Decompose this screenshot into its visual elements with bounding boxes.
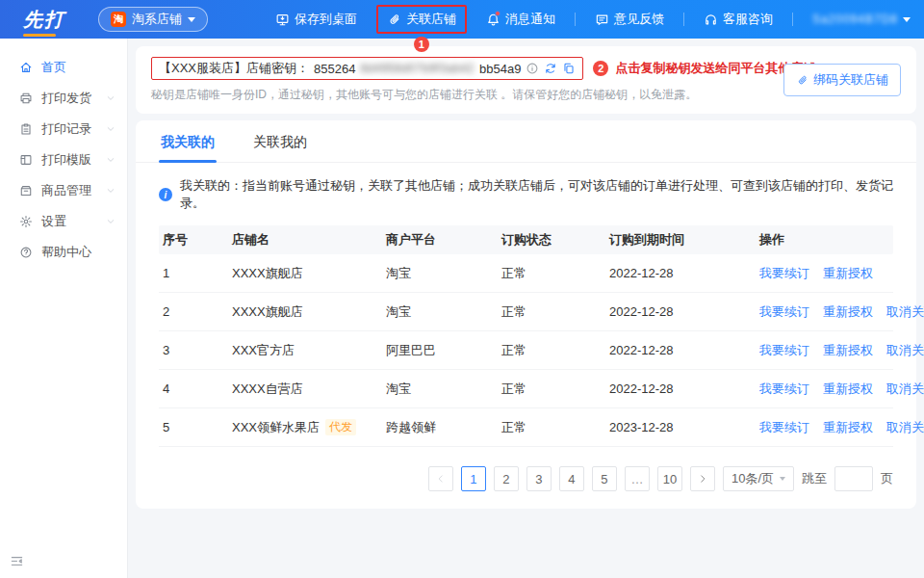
renew-link[interactable]: 我要续订: [759, 419, 809, 436]
table-row: 2 XXXX旗舰店 淘宝 正常 2022-12-28 我要续订 重新授权 取消关…: [159, 293, 893, 331]
table-row: 4 XXXX自营店 淘宝 正常 2022-12-28 我要续订 重新授权 取消关…: [159, 370, 893, 408]
col-header-actions: 操作: [756, 231, 893, 249]
sidebar-item-label: 首页: [41, 59, 116, 76]
sidebar-item-help[interactable]: 帮助中心: [0, 237, 127, 268]
bind-code-link-shop-button[interactable]: 绑码关联店铺: [783, 64, 901, 96]
reauthorize-link[interactable]: 重新授权: [823, 303, 873, 321]
renew-link[interactable]: 我要续订: [759, 342, 809, 359]
sidebar-item-goods[interactable]: 商品管理: [0, 175, 127, 206]
reauthorize-link[interactable]: 重新授权: [823, 265, 873, 282]
col-header-platform: 商户平台: [382, 231, 498, 249]
app-window: 先打 淘 淘系店铺 保存到桌面 关联店铺 1 消息通知: [0, 0, 924, 578]
cell-platform: 淘宝: [382, 381, 498, 398]
page-size-select[interactable]: 10条/页: [723, 466, 794, 491]
top-bar: 先打 淘 淘系店铺 保存到桌面 关联店铺 1 消息通知: [0, 0, 924, 39]
next-page-button[interactable]: [690, 466, 715, 491]
save-to-desktop-button[interactable]: 保存到桌面: [275, 11, 357, 28]
info-icon: i: [159, 188, 172, 201]
notification-dot: [495, 11, 500, 16]
cell-index: 2: [159, 304, 228, 319]
sidebar-item-print-records[interactable]: 打印记录: [0, 114, 127, 144]
col-header-index: 序号: [159, 231, 228, 249]
goods-icon: [19, 184, 33, 197]
cell-expire: 2022-12-28: [605, 266, 756, 280]
user-account-menu[interactable]: Sa20094B7D8: [812, 13, 911, 26]
reauthorize-link[interactable]: 重新授权: [823, 419, 873, 436]
page-button-1[interactable]: 1: [461, 466, 486, 491]
link-shops-label: 关联店铺: [406, 11, 456, 28]
cell-platform: 阿里巴巴: [382, 342, 498, 359]
cell-expire: 2022-12-28: [605, 381, 756, 396]
shop-key-card: 【XXX服装店】店铺密钥：8552648d4958d07b9f3ab42bb54…: [136, 46, 916, 114]
table-header-row: 序号 店铺名 商户平台 订购状态 订购到期时间 操作: [159, 225, 893, 254]
headset-icon: [704, 13, 718, 27]
tab-notice: i 我关联的：指当前账号通过秘钥，关联了其他店铺；成功关联店铺后，可对该店铺的订…: [136, 163, 916, 223]
chevron-down-icon: [106, 217, 116, 226]
cell-actions: 我要续订 重新授权: [756, 265, 893, 282]
renew-link[interactable]: 我要续订: [759, 265, 809, 282]
page-button-3[interactable]: 3: [526, 466, 552, 491]
tab-i-linked[interactable]: 我关联的: [159, 120, 217, 162]
refresh-key-icon[interactable]: [544, 62, 557, 75]
customer-service-button[interactable]: 客服咨询: [704, 11, 773, 28]
shop-key-start: 855264: [314, 62, 355, 76]
feedback-label: 意见反馈: [614, 11, 664, 28]
divider: [575, 13, 576, 26]
linked-shops-table: 序号 店铺名 商户平台 订购状态 订购到期时间 操作 1 XXXX旗舰店 淘宝 …: [159, 225, 893, 447]
customer-service-label: 客服咨询: [723, 11, 773, 28]
chevron-down-icon: [106, 155, 116, 165]
reauthorize-link[interactable]: 重新授权: [823, 342, 873, 359]
sidebar-collapse-icon[interactable]: [10, 554, 24, 568]
renew-link[interactable]: 我要续订: [759, 303, 809, 321]
feedback-button[interactable]: 意见反馈: [595, 11, 664, 28]
page-ellipsis[interactable]: …: [625, 466, 650, 491]
cell-index: 3: [159, 343, 228, 357]
sidebar-item-print-ship[interactable]: 打印发货: [0, 83, 127, 114]
copy-key-icon[interactable]: [562, 62, 576, 75]
page-button-4[interactable]: 4: [559, 466, 584, 491]
page-button-5[interactable]: 5: [592, 466, 617, 491]
linked-shops-card: 我关联的 关联我的 i 我关联的：指当前账号通过秘钥，关联了其他店铺；成功关联店…: [136, 120, 916, 509]
template-icon: [19, 153, 33, 167]
page-button-10[interactable]: 10: [657, 466, 682, 491]
table-row: 5 XXX领鲜水果店代发 跨越领鲜 正常 2023-12-28 我要续订 重新授…: [159, 408, 893, 447]
username-masked: Sa20094B7D8: [812, 13, 898, 26]
unlink-link[interactable]: 取消关联: [886, 381, 924, 398]
cell-actions: 我要续订 重新授权 取消关联: [756, 419, 924, 436]
pagination: 1 2 3 4 5 … 10 10条/页 跳至 页: [136, 447, 916, 491]
shop-key-description: 秘钥是店铺唯一身份ID，通过秘钥，其他账号可与您的店铺进行关联 。请保管好您的店…: [151, 87, 772, 103]
sidebar: 首页 打印发货 打印记录 打印模版 商品管理: [0, 39, 128, 578]
unlink-link[interactable]: 取消关联: [886, 342, 924, 359]
jump-page-input[interactable]: [834, 466, 873, 491]
cell-shop: XXXX旗舰店: [228, 303, 382, 321]
info-icon[interactable]: [526, 62, 539, 75]
cell-status: 正常: [498, 303, 605, 321]
taobao-icon: 淘: [111, 12, 126, 27]
desktop-icon: [275, 13, 290, 27]
shop-key-prefix: 【XXX服装店】店铺密钥：: [159, 60, 309, 77]
notifications-label: 消息通知: [505, 11, 555, 28]
sidebar-item-settings[interactable]: 设置: [0, 206, 127, 237]
bind-button-label: 绑码关联店铺: [813, 71, 888, 89]
help-icon: [19, 246, 33, 259]
sidebar-item-print-templates[interactable]: 打印模版: [0, 144, 127, 175]
link-shops-button[interactable]: 关联店铺 1: [376, 5, 467, 34]
tab-linked-to-me[interactable]: 关联我的: [251, 120, 309, 162]
chevron-down-icon: [188, 17, 195, 22]
table-row: 3 XXX官方店 阿里巴巴 正常 2022-12-28 我要续订 重新授权 取消…: [159, 331, 893, 370]
shop-type-selector[interactable]: 淘 淘系店铺: [98, 7, 208, 32]
page-button-2[interactable]: 2: [494, 466, 519, 491]
shop-key-highlight-box: 【XXX服装店】店铺密钥：8552648d4958d07b9f3ab42bb54…: [151, 57, 583, 80]
cell-status: 正常: [498, 381, 605, 398]
cell-actions: 我要续订 重新授权 取消关联: [756, 342, 924, 359]
prev-page-button[interactable]: [428, 466, 453, 491]
shop-type-label: 淘系店铺: [132, 11, 182, 28]
table-row: 1 XXXX旗舰店 淘宝 正常 2022-12-28 我要续订 重新授权: [159, 254, 893, 293]
unlink-link[interactable]: 取消关联: [886, 419, 924, 436]
renew-link[interactable]: 我要续订: [759, 381, 809, 398]
sidebar-item-home[interactable]: 首页: [0, 52, 127, 83]
notifications-button[interactable]: 消息通知: [486, 11, 555, 28]
unlink-link[interactable]: 取消关联: [886, 303, 924, 321]
reauthorize-link[interactable]: 重新授权: [823, 381, 873, 398]
chevron-down-icon: [903, 17, 911, 22]
